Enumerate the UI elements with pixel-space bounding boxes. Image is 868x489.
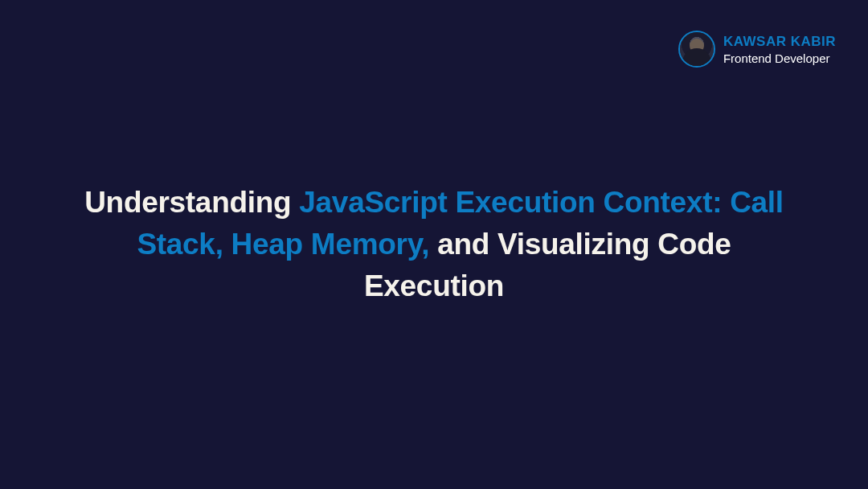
author-role: Frontend Developer — [723, 51, 836, 65]
author-badge: KAWSAR KABIR Frontend Developer — [678, 31, 836, 68]
title-part-1: Understanding — [84, 186, 299, 219]
avatar — [678, 31, 715, 68]
author-info: KAWSAR KABIR Frontend Developer — [723, 34, 836, 65]
page-title: Understanding JavaScript Execution Conte… — [64, 182, 804, 306]
avatar-image — [680, 32, 714, 66]
author-name: KAWSAR KABIR — [723, 34, 836, 50]
